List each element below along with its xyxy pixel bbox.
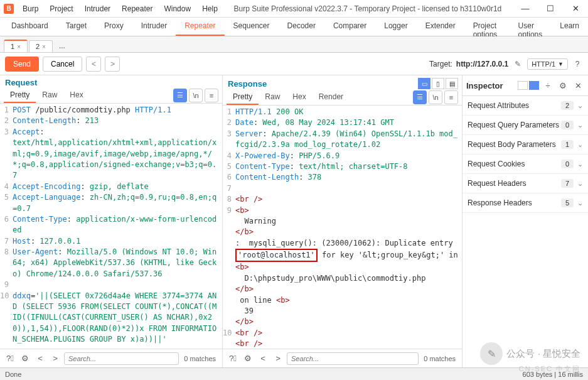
search-forward-icon[interactable]: > bbox=[272, 352, 284, 365]
response-panel: Response ▭ ▯ ▤ PrettyRawHexRender ☰ \n ≡… bbox=[223, 75, 462, 367]
chevron-down-icon: ⌄ bbox=[577, 160, 583, 168]
view-tab-raw[interactable]: Raw bbox=[259, 90, 286, 105]
menu-burp[interactable]: Burp bbox=[18, 2, 43, 16]
newline-icon[interactable]: \n bbox=[429, 90, 442, 104]
response-editor[interactable]: 1HTTP/1.1 200 OK2Date: Wed, 08 May 2024 … bbox=[223, 106, 462, 349]
view-tab-pretty[interactable]: Pretty bbox=[227, 90, 259, 105]
titlebar: B BurpProjectIntruderRepeaterWindowHelp … bbox=[0, 0, 588, 18]
pill-2[interactable] bbox=[529, 81, 539, 90]
view-tab-hex[interactable]: Hex bbox=[63, 88, 89, 103]
request-title: Request bbox=[5, 78, 218, 87]
http-version-selector[interactable]: HTTP/1 ▼ bbox=[527, 58, 568, 70]
main-tab-logger[interactable]: Logger bbox=[375, 18, 416, 36]
inspector-row-request-body-parameters[interactable]: Request Body Parameters1⌄ bbox=[462, 135, 588, 155]
newline-icon[interactable]: \n bbox=[189, 89, 203, 102]
chevron-down-icon: ⌄ bbox=[577, 199, 583, 207]
request-view-tabs: PrettyRawHex ☰ \n ≡ bbox=[0, 87, 222, 104]
search-gear-icon[interactable]: ⚙ bbox=[19, 352, 31, 365]
menu-intruder[interactable]: Intruder bbox=[80, 2, 115, 16]
edit-target-icon[interactable]: ✎ bbox=[512, 58, 523, 70]
layout-horizontal-icon[interactable]: ▭ bbox=[418, 78, 430, 89]
actions-icon[interactable]: ☰ bbox=[173, 89, 187, 102]
response-match-count: 0 matches bbox=[421, 355, 458, 362]
repeater-tab-2[interactable]: 2× bbox=[29, 40, 53, 52]
inspector-gear-icon[interactable]: ⚙ bbox=[557, 79, 569, 92]
search-back-icon[interactable]: < bbox=[257, 352, 269, 365]
content-row: Request PrettyRawHex ☰ \n ≡ 1POST /publi… bbox=[0, 75, 588, 367]
chevron-down-icon: ⌄ bbox=[577, 102, 583, 110]
view-tab-pretty[interactable]: Pretty bbox=[4, 88, 36, 103]
search-settings-icon[interactable]: ?⃝ bbox=[227, 352, 239, 365]
inspector-row-request-attributes[interactable]: Request Attributes2⌄ bbox=[462, 96, 588, 116]
repeater-sub-tabs: 1×2×... bbox=[0, 36, 588, 53]
response-search-input[interactable] bbox=[287, 352, 419, 365]
main-tab-decoder[interactable]: Decoder bbox=[279, 18, 324, 36]
layout-combined-icon[interactable]: ▤ bbox=[446, 78, 458, 89]
inspector-collapse-icon[interactable]: ÷ bbox=[542, 79, 554, 92]
main-tab-extender[interactable]: Extender bbox=[417, 18, 464, 36]
main-tab-comparer[interactable]: Comparer bbox=[324, 18, 375, 36]
maximize-button[interactable]: ☐ bbox=[538, 0, 563, 18]
tab-overflow-icon[interactable]: ... bbox=[54, 40, 70, 52]
layout-vertical-icon[interactable]: ▯ bbox=[432, 78, 444, 89]
search-gear-icon[interactable]: ⚙ bbox=[242, 352, 254, 365]
main-tab-project-options[interactable]: Project options bbox=[464, 18, 510, 36]
main-tab-target[interactable]: Target bbox=[57, 18, 95, 36]
inspector-row-request-cookies[interactable]: Request Cookies0⌄ bbox=[462, 155, 588, 174]
window-controls: — ☐ ✕ bbox=[513, 0, 588, 18]
cancel-button[interactable]: Cancel bbox=[43, 57, 82, 72]
layout-icons: ▭ ▯ ▤ bbox=[418, 78, 458, 89]
search-forward-icon[interactable]: > bbox=[49, 352, 61, 365]
main-tab-proxy[interactable]: Proxy bbox=[95, 18, 132, 36]
inspector-close-icon[interactable]: ✕ bbox=[572, 79, 584, 92]
search-settings-icon[interactable]: ?⃝ bbox=[4, 352, 16, 365]
main-tab-intruder[interactable]: Intruder bbox=[132, 18, 176, 36]
view-tab-render[interactable]: Render bbox=[313, 90, 350, 105]
target-label: Target: bbox=[429, 60, 452, 68]
target-box: Target: http://127.0.0.1 ✎ HTTP/1 ▼ ? bbox=[429, 58, 583, 70]
status-bar: Done 603 bytes | 16 millis bbox=[0, 367, 588, 380]
repeater-toolbar: Send Cancel < > Target: http://127.0.0.1… bbox=[0, 53, 588, 75]
close-tab-icon[interactable]: × bbox=[42, 43, 46, 50]
actions-icon[interactable]: ☰ bbox=[413, 90, 427, 104]
inspector-row-request-query-parameters[interactable]: Request Query Parameters0⌄ bbox=[462, 116, 588, 135]
wrap-icon[interactable]: ≡ bbox=[205, 89, 218, 102]
history-forward-button[interactable]: > bbox=[105, 57, 120, 72]
main-tab-dashboard[interactable]: Dashboard bbox=[3, 18, 57, 36]
close-button[interactable]: ✕ bbox=[563, 0, 588, 18]
inspector-row-request-headers[interactable]: Request Headers7⌄ bbox=[462, 174, 588, 193]
menu-help[interactable]: Help bbox=[197, 2, 223, 16]
search-back-icon[interactable]: < bbox=[34, 352, 46, 365]
view-tab-hex[interactable]: Hex bbox=[286, 90, 312, 105]
send-button[interactable]: Send bbox=[5, 57, 39, 72]
window-title: Burp Suite Professional v2022.3.7 - Temp… bbox=[223, 4, 513, 13]
request-match-count: 0 matches bbox=[181, 355, 218, 362]
main-tab-sequencer[interactable]: Sequencer bbox=[225, 18, 279, 36]
request-editor[interactable]: 1POST /public/commodtiy.php HTTP/1.12Con… bbox=[0, 104, 222, 349]
menu-bar: BurpProjectIntruderRepeaterWindowHelp bbox=[18, 2, 223, 16]
main-tab-learn[interactable]: Learn bbox=[551, 18, 588, 36]
minimize-button[interactable]: — bbox=[513, 0, 538, 18]
status-left: Done bbox=[5, 371, 21, 378]
pill-1[interactable] bbox=[518, 81, 528, 90]
wrap-icon[interactable]: ≡ bbox=[444, 90, 458, 104]
request-footer: ?⃝ ⚙ < > 0 matches bbox=[0, 349, 222, 367]
close-tab-icon[interactable]: × bbox=[17, 43, 21, 50]
response-title: Response bbox=[228, 79, 418, 89]
history-back-button[interactable]: < bbox=[86, 57, 101, 72]
inspector-layout-pills[interactable] bbox=[518, 81, 539, 90]
main-tab-repeater[interactable]: Repeater bbox=[176, 18, 224, 36]
menu-repeater[interactable]: Repeater bbox=[117, 2, 158, 16]
request-search-input[interactable] bbox=[64, 352, 179, 365]
inspector-rows: Request Attributes2⌄Request Query Parame… bbox=[462, 96, 588, 213]
chevron-down-icon: ⌄ bbox=[577, 121, 583, 129]
menu-window[interactable]: Window bbox=[159, 2, 196, 16]
inspector-row-response-headers[interactable]: Response Headers5⌄ bbox=[462, 193, 588, 213]
main-tab-user-options[interactable]: User options bbox=[510, 18, 552, 36]
help-icon[interactable]: ? bbox=[572, 58, 583, 70]
view-tab-raw[interactable]: Raw bbox=[36, 88, 63, 103]
repeater-tab-1[interactable]: 1× bbox=[4, 40, 28, 52]
request-panel: Request PrettyRawHex ☰ \n ≡ 1POST /publi… bbox=[0, 75, 223, 367]
main-tabs: DashboardTargetProxyIntruderRepeaterSequ… bbox=[0, 18, 588, 36]
menu-project[interactable]: Project bbox=[45, 2, 78, 16]
